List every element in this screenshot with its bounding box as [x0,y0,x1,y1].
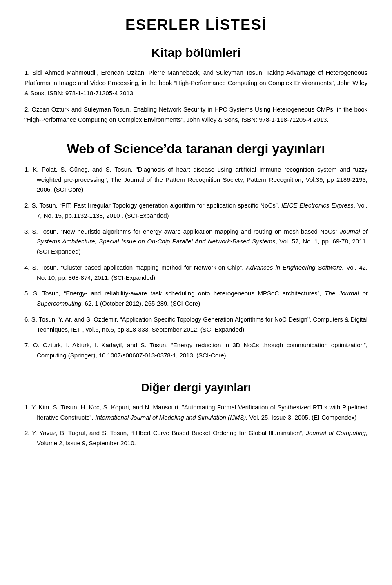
web-entry-7: 7. O. Ozturk, I. Akturk, I. Kadayif, and… [24,340,368,361]
web-entry-4: 4. S. Tosun, “Cluster-based application … [24,263,368,283]
other-entry-1: 1. Y. Kim, S. Tosun, H. Koc, S. Kopuri, … [24,402,368,423]
entry-num: 7. [24,342,33,348]
book-entry-2: 2. Ozcan Ozturk and Suleyman Tosun, Enab… [24,105,368,125]
entry-number: 2. [24,106,32,113]
entry-num: 2. [24,202,32,209]
entry-num: 5. [24,290,33,297]
web-entry-3: 3. S. Tosun, “New heuristic algorithms f… [24,227,368,257]
section2-heading: Web of Science’da taranan dergi yayınlar… [24,141,368,156]
other-entry-2: 2. Y. Yavuz, B. Tugrul, and S. Tosun, “H… [24,428,368,449]
web-entry-5: 5. S. Tosun, “Energy- and reliability-aw… [24,288,368,309]
section1-title: Kitap bölümleri [24,46,368,60]
entry-num: 1. [24,404,31,411]
entry-number: 1. [24,69,32,76]
web-entry-2: 2. S. Tosun, “FIT: Fast Irregular Topolo… [24,201,368,221]
book-entry-1: 1. Sidi Ahmed Mahmoudi,, Erencan Ozkan, … [24,68,368,98]
web-entries-list: 1. K. Polat, S. Güneş, and S. Tosun, "Di… [24,165,368,361]
other-entries-list: 1. Y. Kim, S. Tosun, H. Koc, S. Kopuri, … [24,402,368,449]
web-entry-6: 6. S. Tosun, Y. Ar, and S. Ozdemir, “App… [24,315,368,335]
entry-num: 1. [24,166,33,173]
entry-num: 4. [24,264,32,271]
web-entry-1: 1. K. Polat, S. Güneş, and S. Tosun, "Di… [24,165,368,195]
section3-heading: Diğer dergi yayınları [24,381,368,394]
entry-num: 3. [24,228,32,235]
main-title: ESERLER LİSTESİ [24,16,368,33]
book-entries: 1. Sidi Ahmed Mahmoudi,, Erencan Ozkan, … [24,68,368,125]
entry-num: 6. [24,316,31,323]
entry-num: 2. [24,429,32,436]
